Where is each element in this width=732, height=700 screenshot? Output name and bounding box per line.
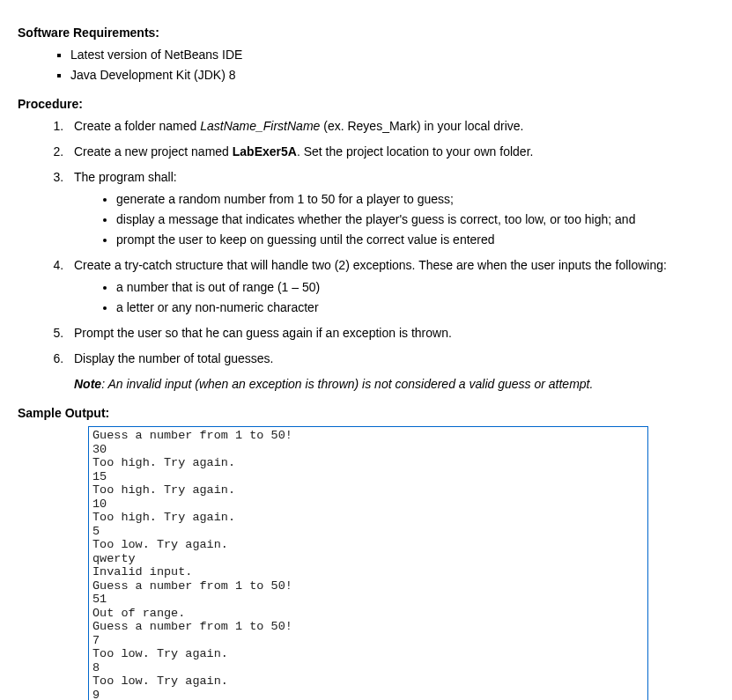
- note-line: Note: An invalid input (when an exceptio…: [74, 375, 714, 394]
- list-item: a letter or any non-numeric character: [116, 298, 714, 317]
- text: (ex. Reyes_Mark) in your local drive.: [320, 119, 523, 133]
- list-item: display a message that indicates whether…: [116, 210, 714, 229]
- sample-output-heading: Sample Output:: [18, 404, 714, 423]
- text: Create a folder named: [74, 119, 200, 133]
- exceptions-list: a number that is out of range (1 – 50) a…: [74, 278, 714, 317]
- procedure-step-5: Prompt the user so that he can guess aga…: [67, 324, 714, 343]
- list-item: Java Development Kit (JDK) 8: [70, 66, 714, 85]
- list-item: a number that is out of range (1 – 50): [116, 278, 714, 297]
- list-item: prompt the user to keep on guessing unti…: [116, 231, 714, 249]
- text: The program shall:: [74, 170, 177, 184]
- software-requirements-heading: Software Requirements:: [18, 24, 714, 42]
- procedure-step-4: Create a try-catch structure that will h…: [67, 256, 714, 317]
- sample-output-box: Guess a number from 1 to 50! 30 Too high…: [88, 426, 648, 700]
- list-item: generate a random number from 1 to 50 fo…: [116, 190, 714, 209]
- folder-name-example: LastName_FirstName: [200, 119, 320, 133]
- text: Create a new project named: [74, 144, 233, 158]
- note-text: : An invalid input (when an exception is…: [101, 377, 593, 391]
- project-name: LabExer5A: [233, 144, 297, 158]
- procedure-list: Create a folder named LastName_FirstName…: [18, 117, 714, 394]
- procedure-heading: Procedure:: [18, 95, 714, 114]
- procedure-step-3: The program shall: generate a random num…: [67, 168, 714, 249]
- list-item: Latest version of NetBeans IDE: [70, 46, 714, 64]
- program-shall-list: generate a random number from 1 to 50 fo…: [74, 190, 714, 249]
- text: . Set the project location to your own f…: [297, 144, 534, 158]
- software-requirements-list: Latest version of NetBeans IDE Java Deve…: [18, 46, 714, 85]
- procedure-step-1: Create a folder named LastName_FirstName…: [67, 117, 714, 136]
- note-label: Note: [74, 377, 101, 391]
- text: Display the number of total guesses.: [74, 351, 273, 365]
- procedure-step-6: Display the number of total guesses. Not…: [67, 350, 714, 394]
- procedure-step-2: Create a new project named LabExer5A. Se…: [67, 143, 714, 161]
- text: Create a try-catch structure that will h…: [74, 258, 667, 272]
